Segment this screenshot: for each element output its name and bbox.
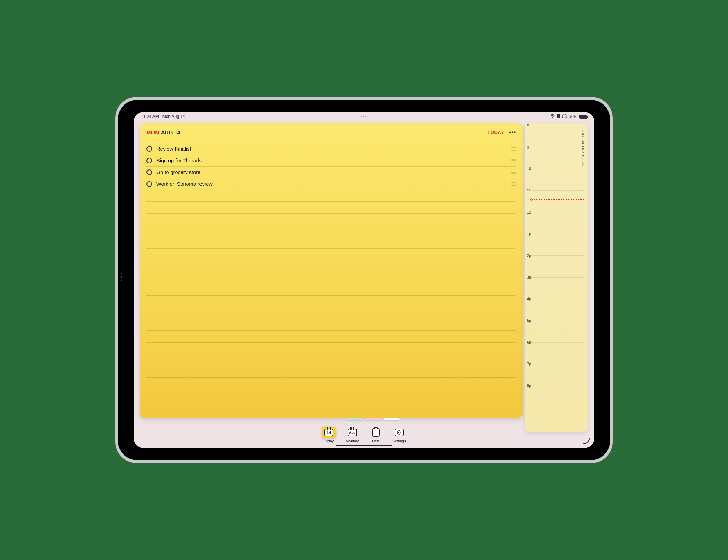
- ruled-line: [146, 343, 516, 354]
- ruled-line: [146, 272, 516, 284]
- ruled-line: [146, 389, 516, 401]
- hour-row[interactable]: 2p: [528, 255, 584, 277]
- card-stack-hint: [328, 418, 400, 420]
- hour-row[interactable]: 9: [528, 147, 584, 169]
- hour-row[interactable]: 12: [528, 212, 584, 234]
- note-header: MONAUG 14 TODAY •••: [146, 128, 516, 139]
- wifi-icon: [550, 114, 555, 119]
- hour-label: 8p: [527, 383, 531, 388]
- task-checkbox[interactable]: [146, 158, 152, 163]
- bookmark-icon: [557, 114, 560, 119]
- hour-row[interactable]: 4p: [528, 299, 584, 321]
- note-lines: [146, 190, 516, 401]
- task-row[interactable]: Work on Sonoma review: [146, 178, 516, 190]
- task-label: Sign up for Threads: [156, 158, 202, 163]
- task-row[interactable]: Review Finalist: [146, 143, 516, 155]
- multitask-dots-icon[interactable]: •••: [361, 114, 367, 119]
- ruled-line: [146, 237, 516, 249]
- hour-label: 3p: [527, 275, 531, 279]
- hour-label: 9: [527, 145, 529, 149]
- tab-label: Lists: [372, 439, 380, 443]
- gear-icon: [395, 429, 404, 436]
- status-time: 11:24 AM: [141, 114, 159, 119]
- ruled-line: [146, 190, 516, 202]
- tab-monthly[interactable]: Aug Monthly: [345, 427, 359, 443]
- ruled-line: [146, 331, 516, 343]
- drag-handle-icon[interactable]: [511, 159, 516, 162]
- ruled-line: [146, 214, 516, 225]
- ruled-line: [146, 307, 516, 319]
- note-daymonth: AUG 14: [161, 129, 180, 135]
- hour-row[interactable]: 1p: [528, 234, 584, 255]
- page-curl-icon[interactable]: [583, 437, 590, 445]
- hour-row[interactable]: 3p: [528, 277, 584, 299]
- ruled-line: [146, 202, 516, 214]
- ruled-line: [146, 319, 516, 331]
- note-dow: MON: [146, 129, 159, 135]
- ruled-line: [146, 225, 516, 237]
- hour-label: 5p: [527, 318, 531, 323]
- hour-row[interactable]: 7p: [528, 364, 584, 386]
- calendar-peek[interactable]: CALENDAR PEEK 891011121p2p3p4p5p6p7p8p: [525, 123, 588, 432]
- battery-percent: 96%: [569, 114, 577, 119]
- tab-settings[interactable]: Settings: [392, 427, 406, 443]
- task-row[interactable]: Sign up for Threads: [146, 155, 516, 167]
- hour-label: 4p: [527, 297, 531, 301]
- hour-row[interactable]: 10: [528, 169, 584, 190]
- ipad-bezel: 11:24 AM Mon Aug 14 ••• 96%: [118, 100, 610, 460]
- hour-label: 6p: [527, 340, 531, 344]
- hour-row[interactable]: 6p: [528, 342, 584, 364]
- ruled-line: [146, 284, 516, 296]
- home-indicator[interactable]: [336, 445, 392, 446]
- drag-handle-icon[interactable]: [511, 171, 516, 174]
- more-icon[interactable]: •••: [509, 129, 516, 136]
- hour-label: 1p: [527, 232, 531, 236]
- status-date: Mon Aug 14: [162, 114, 185, 119]
- task-checkbox[interactable]: [146, 169, 152, 175]
- tab-bar: 14 Today Aug Monthly Lists Settings: [322, 427, 406, 443]
- calendar-month-icon: Aug: [348, 429, 357, 436]
- tab-label: Monthly: [346, 439, 359, 443]
- ruled-line: [146, 354, 516, 366]
- hour-label: 8: [527, 123, 529, 127]
- task-checkbox[interactable]: [146, 146, 152, 152]
- hour-row[interactable]: 8p: [528, 386, 584, 407]
- today-note[interactable]: MONAUG 14 TODAY ••• Review Finalist Sign…: [140, 123, 523, 418]
- hour-label: 12: [527, 210, 531, 214]
- hour-label: 2p: [527, 253, 531, 258]
- tab-lists[interactable]: Lists: [369, 427, 383, 443]
- ruled-line: [146, 260, 516, 272]
- note-date: MONAUG 14: [146, 129, 180, 135]
- svg-point-0: [398, 432, 400, 433]
- tab-today[interactable]: 14 Today: [322, 427, 336, 443]
- ruled-line: [146, 366, 516, 378]
- ruled-line: [146, 249, 516, 260]
- task-checkbox[interactable]: [146, 181, 152, 187]
- hour-label: 7p: [527, 362, 531, 366]
- hour-grid: 891011121p2p3p4p5p6p7p8p: [528, 125, 584, 407]
- ruled-line: [146, 296, 516, 307]
- clipboard-icon: [372, 428, 380, 437]
- tab-label: Settings: [392, 439, 406, 443]
- task-label: Review Finalist: [156, 146, 191, 152]
- tab-label: Today: [324, 439, 334, 443]
- drag-handle-icon[interactable]: [511, 182, 516, 186]
- today-button[interactable]: TODAY: [488, 130, 504, 135]
- screen: 11:24 AM Mon Aug 14 ••• 96%: [134, 112, 594, 448]
- ipad-frame: 11:24 AM Mon Aug 14 ••• 96%: [115, 97, 613, 463]
- hour-row[interactable]: 5p: [528, 321, 584, 342]
- task-label: Work on Sonoma review: [156, 181, 213, 187]
- battery-icon: [579, 115, 587, 119]
- hour-label: 11: [527, 188, 531, 193]
- hour-row[interactable]: 8: [528, 125, 584, 147]
- headphones-icon: [562, 114, 567, 119]
- hour-label: 10: [527, 167, 531, 171]
- side-sensor: [121, 273, 123, 287]
- task-list: Review Finalist Sign up for Threads Go t…: [146, 143, 516, 190]
- task-row[interactable]: Go to grocery store: [146, 167, 516, 178]
- task-label: Go to grocery store: [156, 169, 200, 175]
- ruled-line: [146, 378, 516, 389]
- hour-row[interactable]: 11: [528, 190, 584, 212]
- drag-handle-icon[interactable]: [511, 147, 516, 151]
- status-bar: 11:24 AM Mon Aug 14 ••• 96%: [134, 112, 594, 121]
